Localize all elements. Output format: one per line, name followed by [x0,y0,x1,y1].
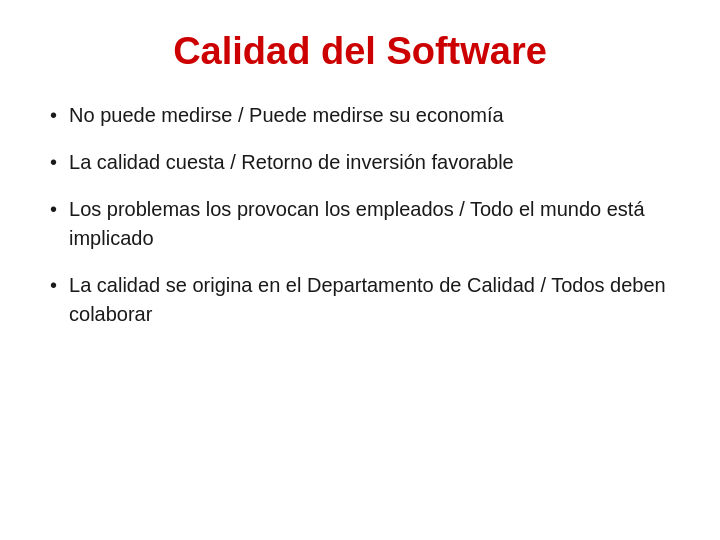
bullet-marker: • [50,271,57,300]
list-item: • La calidad cuesta / Retorno de inversi… [50,148,670,177]
bullet-list: • No puede medirse / Puede medirse su ec… [50,101,670,329]
bullet-text-1: No puede medirse / Puede medirse su econ… [69,101,504,130]
list-item: • No puede medirse / Puede medirse su ec… [50,101,670,130]
bullet-text-4: La calidad se origina en el Departamento… [69,271,670,329]
bullet-text-2: La calidad cuesta / Retorno de inversión… [69,148,514,177]
bullet-marker: • [50,101,57,130]
bullet-text-3: Los problemas los provocan los empleados… [69,195,670,253]
list-item: • Los problemas los provocan los emplead… [50,195,670,253]
slide-title: Calidad del Software [50,30,670,73]
slide: Calidad del Software • No puede medirse … [0,0,720,540]
bullet-marker: • [50,148,57,177]
list-item: • La calidad se origina en el Departamen… [50,271,670,329]
bullet-marker: • [50,195,57,224]
